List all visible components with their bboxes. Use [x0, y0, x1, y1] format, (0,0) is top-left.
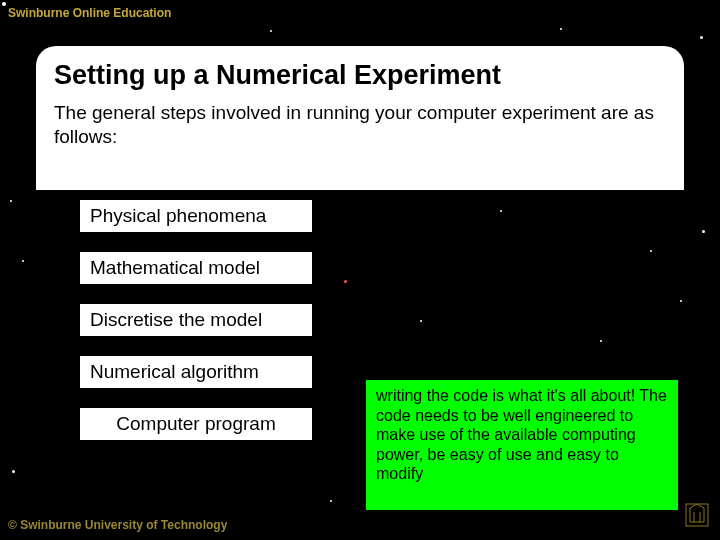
callout-box: writing the code is what it's all about!…: [364, 378, 680, 512]
university-logo-icon: [684, 500, 710, 530]
star-icon: [702, 230, 705, 233]
star-icon: [500, 210, 502, 212]
step-label: Mathematical model: [90, 257, 260, 279]
star-icon: [12, 470, 15, 473]
step-computer-program: Computer program: [78, 406, 314, 442]
star-icon: [560, 28, 562, 30]
steps-list: Physical phenomena Mathematical model Di…: [78, 198, 314, 442]
star-icon: [420, 320, 422, 322]
star-icon: [344, 280, 347, 283]
star-icon: [330, 500, 332, 502]
step-discretise-model: Discretise the model: [78, 302, 314, 338]
content-card: Setting up a Numerical Experiment The ge…: [36, 46, 684, 190]
brand-header: Swinburne Online Education: [8, 6, 171, 20]
star-icon: [270, 30, 272, 32]
step-mathematical-model: Mathematical model: [78, 250, 314, 286]
star-icon: [700, 36, 703, 39]
star-icon: [22, 260, 24, 262]
step-label: Physical phenomena: [90, 205, 266, 227]
star-icon: [680, 300, 682, 302]
star-icon: [650, 250, 652, 252]
svg-rect-0: [686, 504, 708, 526]
intro-text: The general steps involved in running yo…: [54, 101, 666, 149]
slide: Swinburne Online Education Setting up a …: [0, 0, 720, 540]
star-icon: [600, 340, 602, 342]
star-icon: [2, 2, 6, 6]
step-numerical-algorithm: Numerical algorithm: [78, 354, 314, 390]
page-title: Setting up a Numerical Experiment: [54, 60, 666, 91]
star-icon: [10, 200, 12, 202]
step-label: Numerical algorithm: [90, 361, 259, 383]
copyright-footer: © Swinburne University of Technology: [8, 518, 227, 532]
step-label: Discretise the model: [90, 309, 262, 331]
callout-text: writing the code is what it's all about!…: [376, 387, 667, 482]
step-physical-phenomena: Physical phenomena: [78, 198, 314, 234]
step-label: Computer program: [116, 413, 275, 435]
